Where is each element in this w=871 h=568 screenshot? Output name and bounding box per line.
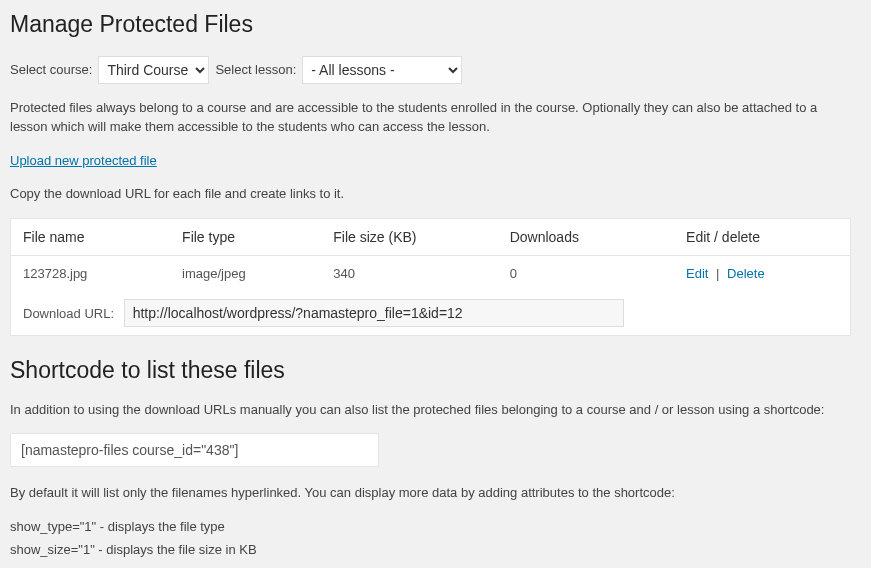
shortcode-default: By default it will list only the filenam… bbox=[10, 483, 851, 503]
cell-type: image/jpeg bbox=[170, 255, 321, 291]
course-label: Select course: bbox=[10, 62, 92, 77]
files-table: File name File type File size (KB) Downl… bbox=[10, 218, 851, 336]
separator: | bbox=[716, 266, 719, 281]
delete-link[interactable]: Delete bbox=[727, 266, 765, 281]
lesson-label: Select lesson: bbox=[215, 62, 296, 77]
table-row: 123728.jpg image/jpeg 340 0 Edit | Delet… bbox=[11, 255, 851, 291]
lesson-select[interactable]: - All lessons - bbox=[302, 56, 462, 84]
url-label: Download URL: bbox=[23, 306, 114, 321]
th-type: File type bbox=[170, 218, 321, 255]
upload-link[interactable]: Upload new protected file bbox=[10, 153, 157, 168]
page-title: Manage Protected Files bbox=[10, 10, 851, 40]
selectors-row: Select course: Third Course Select lesso… bbox=[10, 56, 851, 84]
th-downloads: Downloads bbox=[498, 218, 674, 255]
th-size: File size (KB) bbox=[321, 218, 497, 255]
th-name: File name bbox=[11, 218, 171, 255]
shortcode-intro: In addition to using the download URLs m… bbox=[10, 400, 851, 420]
download-url-input[interactable] bbox=[124, 299, 624, 327]
intro-text: Protected files always belong to a cours… bbox=[10, 98, 851, 137]
attr-size: show_size="1" - displays the file size i… bbox=[10, 540, 851, 560]
cell-downloads: 0 bbox=[498, 255, 674, 291]
cell-actions: Edit | Delete bbox=[674, 255, 850, 291]
shortcode-box: [namastepro-files course_id="438"] bbox=[10, 433, 379, 467]
edit-link[interactable]: Edit bbox=[686, 266, 708, 281]
cell-name: 123728.jpg bbox=[11, 255, 171, 291]
shortcode-heading: Shortcode to list these files bbox=[10, 356, 851, 386]
url-row: Download URL: bbox=[11, 291, 851, 336]
cell-size: 340 bbox=[321, 255, 497, 291]
attr-type: show_type="1" - displays the file type bbox=[10, 517, 851, 537]
copy-text: Copy the download URL for each file and … bbox=[10, 184, 851, 204]
th-actions: Edit / delete bbox=[674, 218, 850, 255]
attr-downloads: show_downloads="1" - displays how many t… bbox=[10, 564, 851, 568]
course-select[interactable]: Third Course bbox=[98, 56, 209, 84]
